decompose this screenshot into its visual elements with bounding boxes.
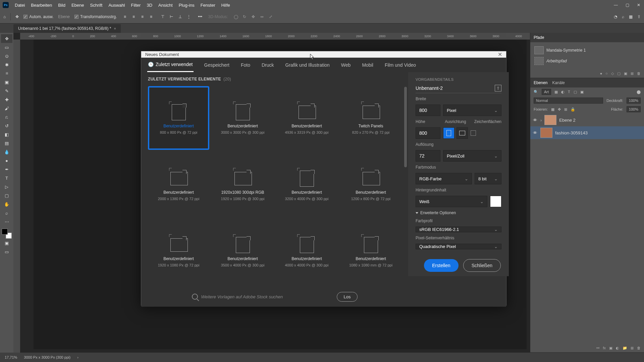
load-selection-icon[interactable]: ◇ [611, 71, 614, 76]
orientation-portrait[interactable] [443, 127, 454, 139]
menu-hilfe[interactable]: Hilfe [221, 3, 230, 8]
move-tool-icon[interactable]: ✥ [15, 14, 19, 19]
valign-top-icon[interactable]: ⊤ [159, 13, 166, 20]
fill-path-icon[interactable]: ● [600, 71, 602, 75]
cloud-docs-icon[interactable]: ◔ [614, 14, 617, 19]
preset-item[interactable]: Benutzerdefiniert1920 x 1080 Px @ 72 ppi [148, 219, 209, 283]
preset-item[interactable]: Benutzerdefiniert3200 x 4000 Px @ 300 pp… [276, 153, 337, 216]
layer-mask-icon[interactable]: ▣ [609, 346, 612, 350]
3d-roll-icon[interactable]: ↻ [241, 13, 248, 20]
tab-saved[interactable]: Gespeichert [204, 58, 230, 72]
filter-adjust-icon[interactable]: ◐ [561, 90, 565, 94]
auto-select-target[interactable]: Ebene [58, 14, 70, 19]
align-right-icon[interactable]: ≡ [139, 13, 146, 20]
crop-tool[interactable]: ⌗ [1, 69, 12, 78]
document-dimensions[interactable]: 3000 Px x 3000 Px (300 ppi) [24, 355, 70, 359]
clone-stamp-tool[interactable]: ⎌ [1, 113, 12, 121]
menu-fenster[interactable]: Fenster [201, 3, 215, 8]
zoom-tool[interactable]: ⌕ [1, 208, 12, 217]
lock-position-icon[interactable]: ✥ [558, 107, 561, 112]
stroke-path-icon[interactable]: ○ [605, 71, 608, 75]
add-mask-icon[interactable]: ▣ [624, 71, 627, 76]
menu-ebene[interactable]: Ebene [71, 3, 84, 8]
tab-photo[interactable]: Foto [240, 58, 251, 72]
link-layers-icon[interactable]: ⚯ [596, 346, 599, 350]
paths-tab[interactable]: Pfade [534, 35, 544, 40]
lasso-tool[interactable]: ⊙ [1, 52, 12, 60]
magic-wand-tool[interactable]: ✱ [1, 60, 12, 69]
menu-auswahl[interactable]: Auswahl [108, 3, 125, 8]
new-layer-icon[interactable]: ⊞ [631, 346, 634, 350]
preset-item[interactable]: Twitch Panels820 x 270 Px @ 72 ppi [340, 86, 401, 150]
history-brush-tool[interactable]: ↺ [1, 121, 12, 130]
height-input[interactable] [416, 127, 440, 139]
brush-tool[interactable]: 🖌 [1, 104, 12, 113]
align-center-icon[interactable]: ≡ [130, 13, 137, 20]
fill-value[interactable]: 100% [627, 106, 641, 112]
window-close[interactable]: ✕ [636, 3, 641, 7]
dodge-tool[interactable]: ● [1, 156, 12, 165]
menu-filter[interactable]: Filter [131, 3, 141, 8]
preset-item[interactable]: Benutzerdefiniert800 x 800 Px @ 72 ppi [148, 86, 209, 150]
preset-item[interactable]: Benutzerdefiniert2000 x 1380 Px @ 72 ppi [148, 153, 209, 216]
gradient-tool[interactable]: ▤ [1, 139, 12, 147]
foreground-color-swatch[interactable] [2, 229, 8, 235]
expand-icon[interactable]: › [540, 118, 542, 123]
3d-scale-icon[interactable]: ⤢ [267, 13, 274, 20]
menu-schrift[interactable]: Schrift [90, 3, 103, 8]
menu-bild[interactable]: Bild [58, 3, 65, 8]
menu-datei[interactable]: Datei [15, 3, 25, 8]
delete-path-icon[interactable]: 🗑 [637, 71, 641, 75]
orientation-landscape[interactable] [457, 127, 468, 139]
lock-pixels-icon[interactable]: ▦ [551, 107, 554, 112]
more-options-icon[interactable]: ••• [197, 13, 204, 20]
colormode-dropdown[interactable]: RGB-Farbe⌄ [416, 173, 472, 184]
healing-brush-tool[interactable]: ✚ [1, 95, 12, 104]
lock-all-icon[interactable]: 🔒 [571, 107, 575, 112]
layer-item[interactable]: 👁 fashion-3059143 [530, 126, 644, 139]
path-item[interactable]: Mandala-Symmetrie 1 [533, 45, 641, 56]
menu-bearbeiten[interactable]: Bearbeiten [31, 3, 52, 8]
valign-middle-icon[interactable]: ⊢ [168, 13, 175, 20]
new-path-icon[interactable]: ⊞ [631, 71, 634, 76]
screenmode-toggle[interactable]: ▭ [1, 247, 12, 256]
advanced-toggle[interactable]: Erweiterte Optionen [416, 210, 501, 215]
share-icon[interactable]: ⇪ [637, 14, 641, 19]
save-preset-icon[interactable]: ⇪ [495, 85, 501, 92]
preset-grid[interactable]: Benutzerdefiniert800 x 800 Px @ 72 ppiBe… [141, 85, 408, 287]
stock-search-input[interactable]: Weitere Vorlagen auf Adobe Stock suchen [192, 294, 333, 300]
transform-controls-checkbox[interactable]: ✓ Transformationsstrg. [74, 14, 117, 19]
move-tool[interactable]: ✥ [1, 34, 12, 43]
preset-item[interactable]: 644x362 300dpi RGB1920 x 1080 Px @ 300… [212, 153, 273, 216]
visibility-icon[interactable]: 👁 [533, 118, 538, 123]
bitdepth-dropdown[interactable]: 8 bit⌄ [475, 173, 501, 184]
background-color-swatch[interactable] [490, 196, 501, 207]
menu-ansicht[interactable]: Ansicht [158, 3, 173, 8]
valign-bottom-icon[interactable]: ⊥ [177, 13, 183, 20]
width-input[interactable] [416, 105, 440, 116]
layer-style-icon[interactable]: fx [603, 346, 606, 350]
home-icon[interactable]: ⌂ [3, 14, 6, 19]
search-icon[interactable]: ⌕ [622, 14, 624, 19]
channels-tab[interactable]: Kanäle [552, 80, 565, 85]
filter-smart-icon[interactable]: ▣ [580, 90, 584, 94]
quickmask-toggle[interactable]: ▣ [1, 239, 12, 247]
make-workpath-icon[interactable]: ▢ [617, 71, 621, 76]
stock-search-go-button[interactable]: Los [337, 292, 358, 302]
preset-item[interactable]: Benutzerdefiniert4000 x 4000 Px @ 300 pp… [276, 219, 337, 283]
preset-item[interactable]: Benutzerdefiniert3500 x 4000 Px @ 300 pp… [212, 219, 273, 283]
visibility-icon[interactable]: 👁 [533, 130, 538, 135]
adjustment-layer-icon[interactable]: ◐ [616, 346, 619, 350]
3d-pan-icon[interactable]: ✥ [250, 13, 257, 20]
menu-3d[interactable]: 3D [147, 3, 152, 8]
window-maximize[interactable]: ▢ [625, 3, 630, 7]
layer-item[interactable]: 👁 › Ebene 2 [530, 114, 644, 126]
3d-orbit-icon[interactable]: ◯ [232, 13, 239, 20]
preset-item[interactable]: Benutzerdefiniert3000 x 3000 Px @ 300 pp… [212, 86, 273, 150]
color-swatches[interactable] [2, 229, 12, 239]
width-unit-dropdown[interactable]: Pixel⌄ [443, 105, 501, 116]
tab-mobile[interactable]: Mobil [361, 58, 374, 72]
preset-item[interactable]: Benutzerdefiniert1080 x 1080 mm @ 72 ppi [340, 219, 401, 283]
tab-web[interactable]: Web [340, 58, 352, 72]
auto-select-checkbox[interactable]: ✓ Autom. ausw. [23, 14, 53, 19]
